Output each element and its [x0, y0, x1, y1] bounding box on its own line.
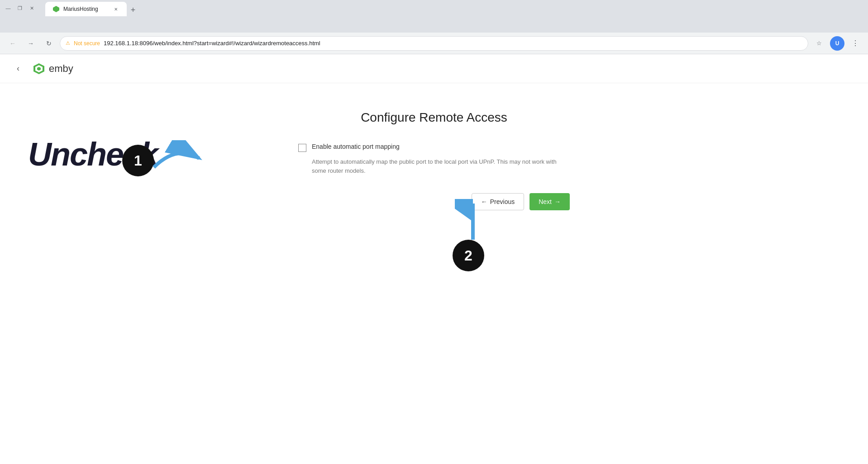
- page-content: ‹ emby Configure Remote Access Enable au…: [0, 54, 868, 464]
- bookmark-button[interactable]: ☆: [812, 36, 826, 51]
- port-mapping-label: Enable automatic port mapping: [312, 143, 400, 150]
- tab-bar: MariusHosting ✕ +: [42, 0, 143, 16]
- logo-area: emby: [33, 62, 73, 75]
- browser-chrome: — ❐ ✕ MariusHosting ✕ +: [0, 0, 868, 33]
- restore-button[interactable]: ❐: [15, 4, 24, 13]
- port-mapping-row: Enable automatic port mapping: [298, 143, 570, 152]
- logo-text: emby: [49, 63, 73, 75]
- svg-marker-0: [53, 6, 59, 12]
- next-button[interactable]: Next →: [529, 193, 570, 210]
- wizard-content: Configure Remote Access Enable automatic…: [0, 83, 868, 210]
- reload-button[interactable]: ↻: [42, 36, 56, 51]
- window-controls: — ❐ ✕: [4, 4, 36, 13]
- active-tab[interactable]: MariusHosting ✕: [45, 2, 127, 16]
- previous-button[interactable]: ← Previous: [472, 193, 524, 210]
- emby-logo-icon: [33, 62, 45, 75]
- previous-label: Previous: [490, 198, 515, 205]
- annotation-badge-2: 2: [453, 240, 484, 271]
- profile-button[interactable]: U: [830, 36, 844, 51]
- tab-close-button[interactable]: ✕: [112, 5, 119, 13]
- forward-nav-button[interactable]: →: [24, 36, 38, 51]
- back-nav-button[interactable]: ←: [5, 36, 20, 51]
- button-row: ← Previous Next →: [298, 193, 570, 210]
- previous-arrow-icon: ←: [481, 198, 487, 205]
- top-navigation: ‹ emby: [0, 54, 868, 83]
- next-label: Next: [539, 198, 552, 205]
- wizard-back-button[interactable]: ‹: [11, 62, 25, 76]
- url-text: 192.168.1.18:8096/web/index.html?start=w…: [104, 40, 802, 47]
- new-tab-button[interactable]: +: [127, 4, 139, 16]
- browser-title-bar: — ❐ ✕ MariusHosting ✕ +: [0, 0, 868, 16]
- port-mapping-checkbox[interactable]: [298, 144, 306, 152]
- badge-2-number: 2: [464, 247, 472, 264]
- port-mapping-description: Attempt to automatically map the public …: [312, 157, 570, 175]
- wizard-title: Configure Remote Access: [361, 110, 507, 125]
- address-bar[interactable]: ⚠ Not secure 192.168.1.18:8096/web/index…: [60, 36, 808, 51]
- security-label: Not secure: [74, 40, 100, 47]
- next-arrow-icon: →: [554, 198, 561, 205]
- minimize-button[interactable]: —: [4, 4, 13, 13]
- security-icon: ⚠: [66, 40, 70, 46]
- close-button[interactable]: ✕: [27, 4, 36, 13]
- tab-title: MariusHosting: [63, 6, 109, 12]
- browser-menu-button[interactable]: ⋮: [848, 36, 863, 51]
- tab-favicon: [52, 5, 60, 13]
- browser-toolbar: ← → ↻ ⚠ Not secure 192.168.1.18:8096/web…: [0, 33, 868, 54]
- wizard-form: Enable automatic port mapping Attempt to…: [298, 143, 570, 210]
